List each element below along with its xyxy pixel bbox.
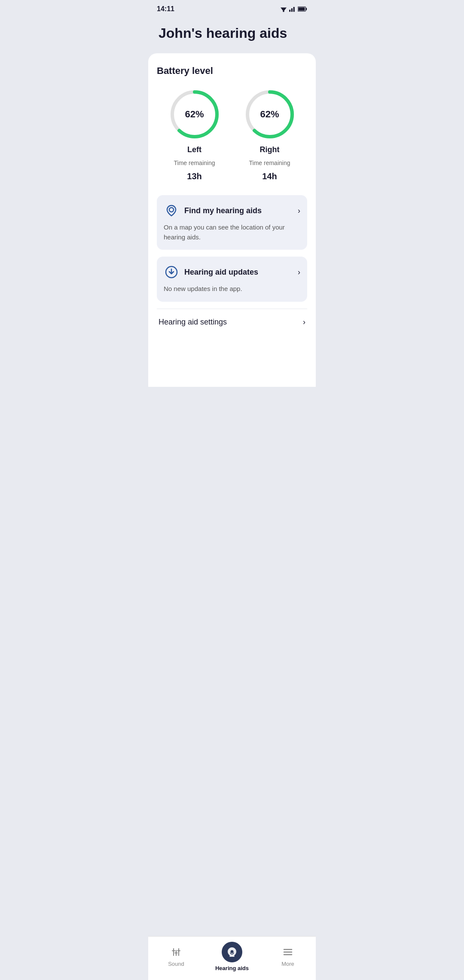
page-title: John's hearing aids — [159, 25, 305, 41]
svg-rect-7 — [306, 8, 307, 10]
find-card-title: Find my hearing aids — [184, 206, 262, 215]
find-card-header-left: Find my hearing aids — [164, 203, 262, 218]
status-bar: 14:11 — [148, 0, 316, 16]
updates-card-title: Hearing aid updates — [184, 268, 258, 277]
battery-right-percent: 62% — [260, 109, 279, 120]
battery-left-label: Left — [187, 145, 201, 154]
battery-right-circle: 62% — [244, 89, 296, 140]
battery-section: Battery level 62% Left Time remaining 13… — [157, 65, 307, 181]
svg-rect-4 — [291, 8, 293, 12]
battery-left: 62% Left Time remaining 13h — [169, 89, 220, 181]
battery-right-remaining-label: Time remaining — [249, 159, 290, 166]
page-title-section: John's hearing aids — [148, 16, 316, 53]
wifi-icon — [280, 6, 287, 12]
updates-card-chevron: › — [298, 268, 300, 277]
find-card-chevron: › — [298, 206, 300, 215]
svg-point-2 — [283, 11, 284, 12]
updates-card-header: Hearing aid updates › — [164, 264, 300, 280]
battery-left-percent: 62% — [185, 109, 204, 120]
battery-right-label: Right — [260, 145, 280, 154]
status-icons — [280, 6, 307, 12]
svg-point-13 — [169, 208, 174, 212]
battery-left-time: 13h — [187, 172, 201, 181]
find-card-header: Find my hearing aids › — [164, 203, 300, 218]
hearing-aid-updates-card[interactable]: Hearing aid updates › No new updates in … — [157, 257, 307, 302]
find-card-description: On a map you can see the location of you… — [164, 223, 300, 242]
settings-row-label: Hearing aid settings — [159, 318, 227, 327]
battery-section-title: Battery level — [157, 65, 307, 77]
updates-card-description: No new updates in the app. — [164, 284, 300, 294]
battery-status-icon — [298, 6, 307, 12]
battery-indicators: 62% Left Time remaining 13h 62% Right Ti… — [157, 89, 307, 181]
svg-rect-5 — [293, 7, 295, 12]
hearing-aid-settings-row[interactable]: Hearing aid settings › — [157, 309, 307, 335]
battery-right-time: 14h — [262, 172, 277, 181]
location-icon — [164, 203, 179, 218]
battery-left-remaining-label: Time remaining — [174, 159, 215, 166]
svg-rect-8 — [298, 7, 305, 11]
find-hearing-aids-card[interactable]: Find my hearing aids › On a map you can … — [157, 195, 307, 250]
status-time: 14:11 — [157, 5, 174, 13]
battery-right: 62% Right Time remaining 14h — [244, 89, 296, 181]
download-icon — [164, 264, 179, 280]
updates-card-header-left: Hearing aid updates — [164, 264, 258, 280]
settings-row-chevron: › — [303, 318, 305, 327]
battery-left-circle: 62% — [169, 89, 220, 140]
main-content: Battery level 62% Left Time remaining 13… — [148, 53, 316, 387]
svg-rect-3 — [289, 10, 290, 12]
signal-icon — [289, 6, 296, 12]
